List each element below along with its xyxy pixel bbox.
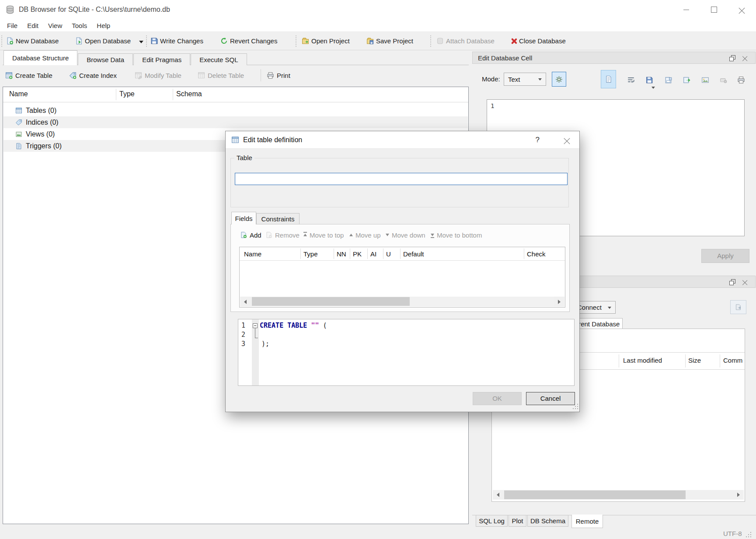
auto-switch-mode-button[interactable] — [552, 72, 566, 87]
maximize-icon — [711, 7, 717, 13]
tree-column-name[interactable]: Name — [9, 90, 28, 98]
maximize-button[interactable] — [700, 0, 728, 19]
tab-database-structure[interactable]: Database Structure — [3, 50, 77, 65]
import-data-button[interactable] — [644, 74, 655, 86]
column-divider — [720, 354, 720, 368]
dock-float-icon[interactable] — [729, 279, 735, 285]
scroll-right-icon[interactable] — [554, 297, 564, 307]
null-toggle-button — [718, 74, 729, 86]
window-resize-grip[interactable] — [746, 536, 747, 537]
tab-edit-pragmas[interactable]: Edit Pragmas — [133, 53, 190, 65]
scrollbar-thumb[interactable] — [252, 297, 410, 306]
add-field-button[interactable]: Add — [240, 230, 261, 240]
fields-column-nn[interactable]: NN — [337, 250, 346, 258]
cell-text-view-button[interactable] — [601, 70, 616, 88]
export-data-button[interactable] — [663, 74, 674, 86]
tab-remote[interactable]: Remote — [571, 514, 603, 528]
tab-constraints[interactable]: Constraints — [256, 213, 300, 224]
fields-column-default[interactable]: Default — [403, 250, 424, 258]
fields-horizontal-scrollbar[interactable] — [240, 297, 564, 307]
tab-plot[interactable]: Plot — [509, 515, 526, 527]
fields-column-pk[interactable]: PK — [353, 250, 362, 258]
dialog-close-button[interactable] — [564, 137, 570, 143]
menu-help[interactable]: Help — [92, 21, 115, 31]
create-index-button[interactable]: Create Index — [69, 69, 117, 81]
dialog-titlebar: Edit table definition ? — [226, 131, 579, 149]
fields-column-check[interactable]: Check — [527, 250, 546, 258]
scroll-right-icon[interactable] — [733, 490, 744, 500]
tab-browse-data[interactable]: Browse Data — [78, 53, 133, 65]
menu-file[interactable]: File — [2, 21, 22, 31]
dock-float-icon[interactable] — [729, 55, 735, 61]
menu-edit[interactable]: Edit — [22, 21, 43, 31]
tables-icon — [15, 107, 22, 114]
open-project-button[interactable]: Open Project — [302, 35, 350, 47]
fold-guide-line — [255, 328, 258, 338]
edit-table-definition-dialog: Edit table definition ? Table Advanced F… — [225, 131, 580, 412]
scroll-left-icon[interactable] — [240, 297, 251, 307]
table-icon — [231, 136, 239, 144]
revert-changes-button[interactable]: Revert Changes — [220, 35, 277, 47]
print-button[interactable]: Print — [267, 69, 290, 81]
cancel-button[interactable]: Cancel — [526, 392, 575, 405]
tree-column-schema[interactable]: Schema — [176, 90, 202, 98]
word-wrap-button[interactable] — [625, 74, 637, 86]
menu-view[interactable]: View — [43, 21, 67, 31]
close-database-button[interactable]: Close Database — [511, 35, 566, 47]
remote-column-commit[interactable]: Comm — [723, 357, 742, 364]
dock-close-icon[interactable] — [742, 55, 747, 60]
document-icon — [605, 75, 613, 83]
import-dropdown-icon[interactable] — [651, 87, 655, 89]
tree-column-type[interactable]: Type — [119, 90, 135, 98]
fields-column-ai[interactable]: AI — [370, 250, 376, 258]
code-fold-icon[interactable] — [253, 323, 258, 328]
image-icon — [701, 76, 709, 84]
move-to-top-icon — [303, 234, 307, 236]
new-database-button[interactable]: New Database — [6, 35, 59, 47]
modify-table-button: Modify Table — [135, 69, 181, 81]
minimize-button[interactable] — [672, 0, 700, 19]
create-table-button[interactable]: Create Table — [5, 69, 52, 81]
modify-table-icon — [135, 72, 142, 79]
tab-fields[interactable]: Fields — [231, 212, 256, 224]
save-project-icon — [366, 37, 374, 45]
tab-execute-sql[interactable]: Execute SQL — [191, 53, 247, 65]
fields-column-u[interactable]: U — [386, 250, 391, 258]
dialog-resize-grip[interactable] — [573, 408, 574, 409]
print-cell-button[interactable] — [735, 74, 747, 86]
minimize-icon — [683, 10, 689, 10]
remote-column-last-modified[interactable]: Last modified — [623, 357, 662, 364]
close-database-icon — [511, 38, 517, 44]
window-title: DB Browser for SQLite - C:\Users\turne\d… — [19, 6, 170, 14]
sql-preview[interactable]: 1 2 3 CREATE TABLE "" ( ); — [238, 319, 575, 386]
fields-column-name[interactable]: Name — [244, 250, 261, 258]
tree-item-indices[interactable]: Indices (0) — [3, 116, 468, 128]
dock-close-icon[interactable] — [742, 279, 747, 284]
remote-horizontal-scrollbar[interactable] — [493, 490, 744, 500]
remote-column-size[interactable]: Size — [688, 357, 701, 364]
app-window: DB Browser for SQLite - C:\Users\turne\d… — [0, 0, 756, 539]
table-name-input[interactable] — [235, 173, 568, 185]
save-project-button[interactable]: Save Project — [366, 35, 413, 47]
column-divider — [334, 248, 334, 259]
word-wrap-icon — [627, 76, 635, 84]
dialog-help-button[interactable]: ? — [536, 136, 540, 144]
table-groupbox: Table Advanced — [230, 158, 569, 207]
tab-sql-log[interactable]: SQL Log — [476, 515, 508, 527]
open-in-external-button[interactable] — [681, 74, 693, 86]
open-database-button[interactable]: Open Database — [75, 35, 131, 47]
clone-database-icon — [735, 304, 742, 311]
open-database-dropdown-icon[interactable] — [139, 41, 143, 43]
write-changes-button[interactable]: Write Changes — [150, 35, 203, 47]
fields-column-type[interactable]: Type — [303, 250, 318, 258]
close-button[interactable] — [728, 0, 756, 19]
image-view-button[interactable] — [700, 74, 711, 86]
tab-db-schema[interactable]: DB Schema — [527, 515, 568, 527]
scrollbar-thumb[interactable] — [504, 490, 686, 499]
scroll-left-icon[interactable] — [493, 490, 503, 500]
menu-tools[interactable]: Tools — [67, 21, 92, 31]
chevron-down-icon — [608, 307, 611, 309]
remote-clone-button — [730, 300, 746, 314]
mode-select[interactable]: Text — [504, 73, 546, 86]
tree-item-tables[interactable]: Tables (0) — [3, 105, 468, 116]
